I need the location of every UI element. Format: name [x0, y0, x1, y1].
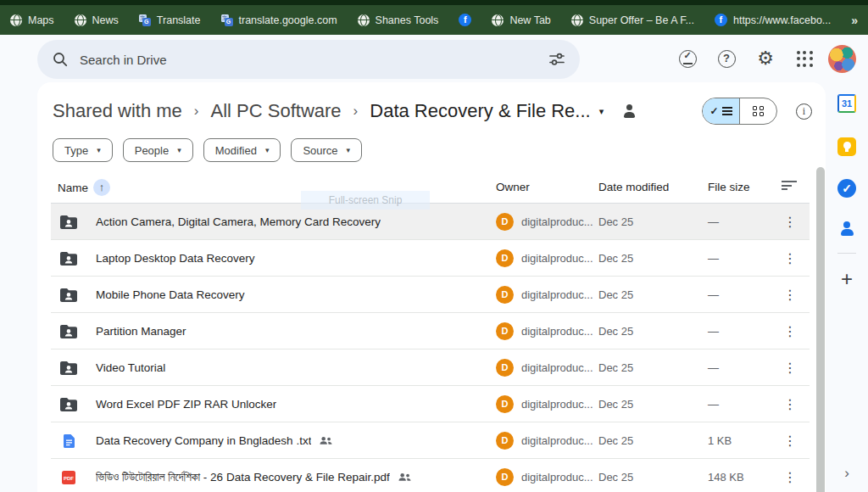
globe-icon	[75, 14, 86, 26]
file-size: —	[708, 386, 719, 422]
owner-cell: Ddigitalproduc...	[496, 204, 593, 240]
owner-cell: Ddigitalproduc...	[496, 422, 593, 459]
side-panel: 31 ✓ + ›	[826, 82, 868, 492]
folder-actions-caret-icon[interactable]: ▾	[599, 106, 604, 117]
item-name: Word Excel PDF ZIP RAR Unlocker	[96, 398, 276, 411]
column-header-modified[interactable]: Date modified	[598, 181, 669, 193]
bookmark-label: News	[92, 14, 119, 26]
offline-status-button[interactable]	[672, 43, 703, 74]
globe-icon	[492, 14, 504, 26]
owner-avatar: D	[496, 432, 514, 450]
info-icon[interactable]: i	[796, 103, 812, 120]
more-options-button[interactable]: ⋮	[780, 277, 800, 313]
bookmark-item[interactable]: Super Offer – Be A F...	[571, 14, 694, 26]
table-row[interactable]: Mobile Phone Data RecoveryDdigitalproduc…	[51, 277, 810, 313]
owner-name: digitalproduc...	[521, 252, 593, 265]
more-options-button[interactable]: ⋮	[780, 459, 800, 492]
bookmarks-overflow-chevron[interactable]: »	[851, 14, 857, 27]
calendar-panel-button[interactable]: 31	[832, 88, 862, 119]
help-button[interactable]: ?	[711, 43, 742, 74]
list-view-button[interactable]: ✓	[703, 98, 740, 124]
manage-members-icon[interactable]	[622, 104, 637, 118]
bookmark-item[interactable]: fhttps://www.facebo...	[715, 14, 831, 26]
breadcrumb: Shared with me › All PC Software › Data …	[53, 94, 812, 128]
filter-chip-modified[interactable]: Modified▾	[203, 138, 281, 162]
breadcrumb-current-folder[interactable]: Data Recovery & File Re...	[370, 100, 590, 122]
item-name-cell: Laptop Desktop Data Recovery	[96, 240, 255, 277]
column-header-size[interactable]: File size	[708, 181, 750, 193]
column-header-name[interactable]: Name ↑	[58, 179, 110, 196]
table-row[interactable]: PDF ভিডিও টিউটোরিয়াল নির্দেশিকা - 26 Da…	[51, 459, 810, 492]
more-options-button[interactable]: ⋮	[780, 349, 800, 386]
help-icon: ?	[718, 50, 736, 68]
owner-cell: Ddigitalproduc...	[496, 240, 593, 277]
more-options-button[interactable]: ⋮	[780, 240, 800, 277]
table-row[interactable]: Data Recovery Company in Bngladesh .txt …	[51, 422, 810, 459]
table-row[interactable]: Action Camera, Digital Camera, Memory Ca…	[51, 204, 810, 240]
bookmark-item[interactable]: Translate	[139, 14, 201, 26]
bookmark-item[interactable]: f	[459, 14, 471, 26]
item-type-icon-cell: PDF	[59, 459, 78, 492]
search-input[interactable]: Search in Drive	[37, 40, 580, 79]
bookmark-item[interactable]: New Tab	[492, 14, 550, 26]
globe-icon	[358, 14, 370, 26]
apps-grid-icon	[797, 51, 813, 67]
get-addons-button[interactable]: +	[832, 264, 862, 294]
more-options-button[interactable]: ⋮	[780, 422, 800, 459]
date-modified: Dec 25	[598, 313, 633, 349]
bookmark-label: Shanes Tools	[376, 14, 439, 26]
bookmark-label: Super Offer – Be A F...	[589, 14, 694, 26]
search-filters-icon[interactable]	[549, 53, 565, 66]
filter-chip-source[interactable]: Source▾	[291, 138, 362, 162]
settings-button[interactable]: ⚙	[750, 43, 781, 74]
facebook-icon: f	[459, 14, 471, 26]
bookmark-item[interactable]: Maps	[10, 14, 54, 26]
chip-label: Source	[303, 144, 337, 157]
item-name: Action Camera, Digital Camera, Memory Ca…	[96, 215, 381, 228]
more-options-button[interactable]: ⋮	[780, 313, 800, 349]
bookmark-label: Maps	[28, 14, 54, 26]
tasks-icon: ✓	[837, 179, 856, 198]
keep-panel-button[interactable]	[832, 131, 862, 162]
svg-text:PDF: PDF	[64, 476, 74, 481]
item-name-cell: Data Recovery Company in Bngladesh .txt	[96, 422, 332, 459]
contacts-panel-button[interactable]	[832, 214, 862, 244]
table-row[interactable]: Partition ManagerDdigitalproduc...Dec 25…	[51, 313, 810, 349]
shared-folder-icon	[60, 398, 77, 411]
filter-chip-people[interactable]: People▾	[123, 138, 193, 162]
shared-users-icon	[320, 436, 332, 445]
vertical-scrollbar[interactable]	[816, 167, 825, 492]
sort-options-icon[interactable]	[782, 181, 797, 192]
column-header-owner[interactable]: Owner	[496, 181, 530, 193]
breadcrumb-shared-with-me[interactable]: Shared with me	[53, 100, 182, 122]
date-modified: Dec 25	[598, 349, 633, 386]
sort-ascending-icon[interactable]: ↑	[93, 179, 110, 196]
file-list: Action Camera, Digital Camera, Memory Ca…	[51, 204, 810, 492]
google-apps-button[interactable]	[789, 43, 820, 74]
item-name-cell: Word Excel PDF ZIP RAR Unlocker	[96, 386, 276, 422]
hide-side-panel-chevron-icon[interactable]: ›	[844, 465, 849, 482]
item-type-icon-cell	[59, 277, 78, 313]
table-header: Name ↑ Owner Date modified File size	[51, 170, 810, 204]
more-options-button[interactable]: ⋮	[780, 386, 800, 422]
bookmark-item[interactable]: Shanes Tools	[358, 14, 439, 26]
bookmark-item[interactable]: News	[75, 14, 119, 26]
tasks-panel-button[interactable]: ✓	[832, 173, 862, 204]
file-size: —	[708, 313, 719, 349]
list-view-icon	[722, 107, 732, 115]
profile-avatar[interactable]	[828, 45, 856, 73]
drive-content-card: Shared with me › All PC Software › Data …	[37, 82, 826, 492]
grid-view-button[interactable]	[740, 98, 776, 124]
bookmark-item[interactable]: translate.google.com	[221, 14, 337, 26]
filter-chip-type[interactable]: Type▾	[53, 138, 113, 162]
breadcrumb-all-pc-software[interactable]: All PC Software	[211, 100, 342, 122]
more-options-button[interactable]: ⋮	[780, 204, 800, 240]
owner-avatar: D	[496, 322, 514, 340]
table-row[interactable]: Word Excel PDF ZIP RAR UnlockerDdigitalp…	[51, 386, 810, 422]
owner-name: digitalproduc...	[521, 288, 593, 301]
owner-name: digitalproduc...	[521, 434, 593, 447]
table-row[interactable]: Laptop Desktop Data RecoveryDdigitalprod…	[51, 240, 810, 277]
pdf-file-icon: PDF	[62, 471, 75, 484]
shared-folder-icon	[60, 215, 77, 229]
table-row[interactable]: Video TutorialDdigitalproduc...Dec 25—⋮	[51, 349, 810, 386]
